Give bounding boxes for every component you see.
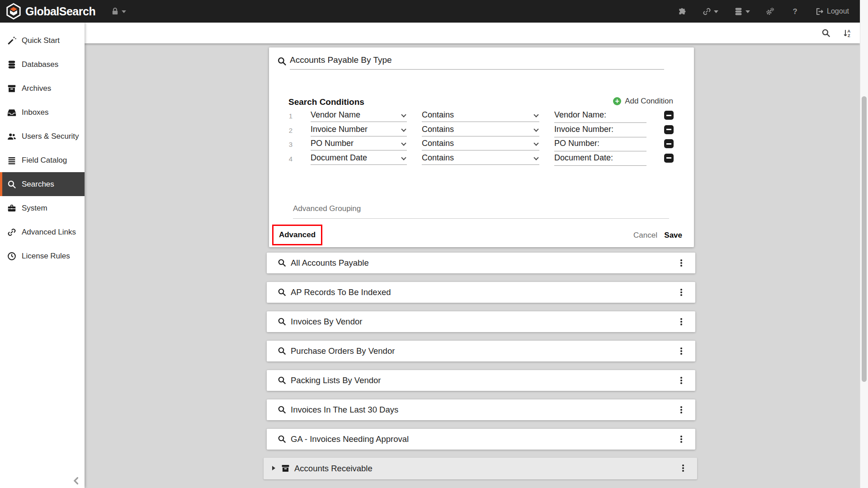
saved-search-label: GA - Invoices Needing Approval <box>291 434 409 444</box>
saved-search-row[interactable]: GA - Invoices Needing Approval <box>267 429 695 450</box>
help-icon: ? <box>790 7 800 16</box>
sidebar-item[interactable]: Databases <box>0 52 85 76</box>
saved-search-label: Purchase Orders By Vendor <box>291 346 395 356</box>
header-nav-button[interactable] <box>734 7 750 16</box>
remove-condition-button[interactable] <box>664 154 674 163</box>
prompt-input[interactable] <box>554 152 646 166</box>
operator-select[interactable]: Contains <box>422 138 539 150</box>
sidebar-item-label: Archives <box>22 84 51 93</box>
condition-row: 3 PO Number Contains <box>269 138 694 152</box>
sidebar-item[interactable]: Quick Start <box>0 28 85 52</box>
header-nav-button[interactable] <box>765 7 775 16</box>
caret-down-icon <box>745 10 750 13</box>
saved-search-row[interactable]: Invoices By Vendor <box>267 311 695 332</box>
sidebar-item-label: Inboxes <box>22 108 49 117</box>
row-menu-button[interactable] <box>677 287 685 298</box>
field-select[interactable]: Document Date <box>311 152 407 165</box>
remove-condition-button[interactable] <box>664 125 674 134</box>
logout-label: Logout <box>827 7 849 15</box>
search-editor-card: Search Conditions + Add Condition 1 Vend… <box>269 47 694 247</box>
saved-search-row[interactable]: Purchase Orders By Vendor <box>267 341 695 361</box>
row-menu-button[interactable] <box>677 258 685 268</box>
add-condition-button[interactable]: + Add Condition <box>613 97 673 106</box>
header-nav-button[interactable] <box>677 7 687 16</box>
sidebar-collapse-button[interactable] <box>71 475 82 486</box>
scrollbar-thumb[interactable] <box>862 96 867 382</box>
sidebar-item[interactable]: Archives <box>0 76 85 100</box>
saved-search-row[interactable]: Packing Lists By Vendor <box>267 370 695 391</box>
archive-icon <box>281 464 290 473</box>
sidebar: Quick Start Databases Archives Inboxes U… <box>0 23 85 488</box>
row-menu-button[interactable] <box>677 404 685 415</box>
sidebar-item-label: Field Catalog <box>22 156 67 165</box>
app-header: GlobalSearch <box>0 0 860 23</box>
database-icon <box>734 7 743 16</box>
sidebar-item-label: Advanced Links <box>22 228 76 237</box>
inbox-icon <box>7 108 17 117</box>
condition-row: 4 Document Date Contains <box>269 152 694 167</box>
sidebar-item[interactable]: Searches <box>0 172 85 196</box>
field-select[interactable]: Invoice Number <box>311 124 407 136</box>
link-icon <box>7 227 17 237</box>
search-name-input[interactable] <box>290 53 664 70</box>
sidebar-item[interactable]: Inboxes <box>0 100 85 124</box>
search-icon <box>277 375 287 385</box>
logout-button[interactable]: Logout <box>815 7 849 16</box>
sidebar-item[interactable]: Advanced Links <box>0 220 85 244</box>
sidebar-item-label: Users & Security <box>22 132 79 141</box>
saved-search-row[interactable]: AP Records To Be Indexed <box>267 282 695 303</box>
sidebar-item-label: Searches <box>22 180 54 189</box>
clock-icon <box>7 251 17 261</box>
row-menu-button[interactable] <box>677 375 685 386</box>
save-button[interactable]: Save <box>664 231 682 240</box>
condition-number: 2 <box>287 127 294 134</box>
sidebar-item[interactable]: License Rules <box>0 244 85 268</box>
workflow-icon <box>677 7 687 16</box>
row-menu-button[interactable] <box>679 463 687 474</box>
advanced-grouping-label: Advanced Grouping <box>293 204 669 213</box>
advanced-button[interactable]: Advanced <box>272 225 322 245</box>
header-nav-button[interactable] <box>702 7 718 16</box>
caret-down-icon <box>122 10 126 13</box>
advanced-grouping-input[interactable] <box>293 213 669 219</box>
wand-icon <box>7 36 17 46</box>
sort-az-icon[interactable]: AZ <box>843 28 853 38</box>
search-icon <box>277 56 287 66</box>
logout-icon <box>815 7 824 16</box>
expand-triangle-icon[interactable] <box>272 466 275 470</box>
condition-number: 4 <box>287 155 294 163</box>
prompt-input[interactable] <box>554 109 646 123</box>
caret-down-icon <box>714 10 718 13</box>
sidebar-item[interactable]: Users & Security <box>0 124 85 148</box>
row-menu-button[interactable] <box>677 434 685 445</box>
search-icon <box>277 287 287 297</box>
svg-text:A: A <box>847 29 850 33</box>
search-icon <box>277 346 287 356</box>
saved-search-row[interactable]: Invoices In The Last 30 Days <box>267 399 695 420</box>
search-icon[interactable] <box>821 28 831 38</box>
header-nav-button[interactable]: ? <box>790 7 800 16</box>
field-select[interactable]: PO Number <box>311 138 407 150</box>
remove-condition-button[interactable] <box>664 111 674 120</box>
sidebar-item-label: System <box>22 204 47 213</box>
prompt-input[interactable] <box>554 124 646 137</box>
sidebar-item-label: Quick Start <box>22 36 60 45</box>
operator-select[interactable]: Contains <box>422 124 539 136</box>
content-toolbar: AZ <box>85 23 860 43</box>
lock-menu[interactable] <box>110 0 126 23</box>
sidebar-item[interactable]: System <box>0 196 85 220</box>
cancel-button[interactable]: Cancel <box>633 231 657 240</box>
operator-select[interactable]: Contains <box>422 152 539 165</box>
saved-search-label: AP Records To Be Indexed <box>291 287 391 297</box>
saved-search-label: All Accounts Payable <box>291 258 369 268</box>
operator-select[interactable]: Contains <box>422 109 539 122</box>
page-scrollbar[interactable] <box>860 0 868 488</box>
prompt-input[interactable] <box>554 138 646 151</box>
field-select[interactable]: Vendor Name <box>311 109 407 122</box>
saved-search-row[interactable]: All Accounts Payable <box>267 253 695 273</box>
row-menu-button[interactable] <box>677 316 685 327</box>
row-menu-button[interactable] <box>677 346 685 357</box>
archive-group-row[interactable]: Accounts Receivable <box>264 458 697 479</box>
remove-condition-button[interactable] <box>664 139 674 148</box>
sidebar-item[interactable]: Field Catalog <box>0 148 85 172</box>
